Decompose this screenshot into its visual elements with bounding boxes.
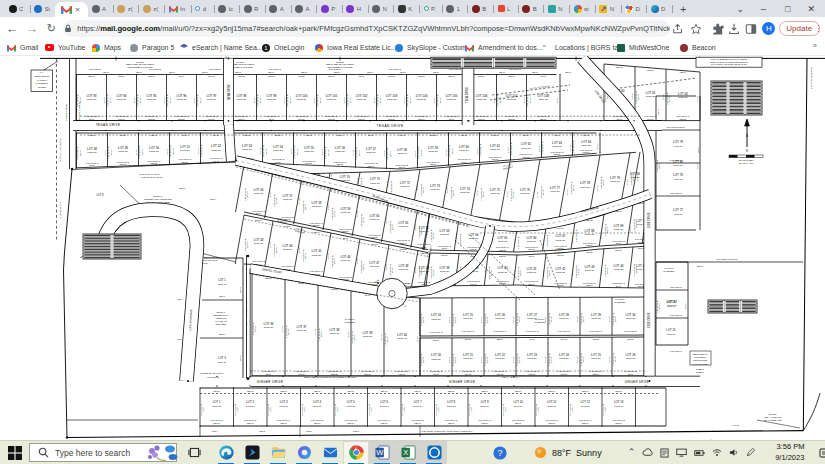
svg-text:N 89°57'30" E: N 89°57'30" E (430, 370, 443, 372)
svg-text:S 89°57'30" E: S 89°57'30" E (207, 376, 219, 378)
svg-text:135.00': 135.00' (284, 225, 291, 227)
svg-text:75.00': 75.00' (256, 263, 262, 265)
svg-text:18000 SF: 18000 SF (400, 185, 410, 187)
svg-text:125.00': 125.00' (280, 390, 287, 392)
svg-text:DEDICATED TO: DEDICATED TO (693, 353, 708, 355)
svg-text:125.00': 125.00' (616, 66, 623, 68)
svg-text:S 89°57'30" E: S 89°57'30" E (345, 419, 358, 421)
svg-text:125.08': 125.08' (508, 118, 515, 120)
svg-text:N 89°57'30" E: N 89°57'30" E (525, 280, 538, 282)
svg-text:150.00': 150.00' (409, 97, 411, 104)
svg-text:18000 SF: 18000 SF (673, 164, 683, 166)
svg-text:125.00': 125.00' (414, 390, 421, 392)
svg-text:115.00': 115.00' (303, 406, 305, 412)
svg-text:150.00': 150.00' (422, 316, 424, 323)
svg-text:150.00': 150.00' (637, 93, 639, 100)
svg-text:GINGER DR. OFF ROAD: GINGER DR. OFF ROAD (201, 372, 224, 374)
svg-text:150.00': 150.00' (246, 241, 248, 248)
svg-text:S 89°57'30" E: S 89°57'30" E (303, 160, 316, 162)
svg-text:LOT 79: LOT 79 (673, 140, 683, 144)
svg-text:150.00': 150.00' (482, 191, 484, 198)
svg-text:N 89°57'30" W: N 89°57'30" W (583, 242, 596, 244)
svg-text:125.00': 125.00' (314, 422, 321, 424)
svg-text:N 89°57'30" E: N 89°57'30" E (311, 419, 324, 421)
svg-text:18000 SF: 18000 SF (264, 326, 274, 328)
svg-text:150.00': 150.00' (606, 267, 608, 274)
svg-text:140.00': 140.00' (269, 241, 271, 248)
svg-text:16000 SF: 16000 SF (218, 283, 227, 285)
svg-text:EASEMENT: EASEMENT (345, 321, 356, 323)
svg-text:125.00': 125.00' (334, 71, 341, 73)
svg-text:75.00': 75.00' (269, 118, 275, 120)
svg-text:125.08': 125.08' (523, 156, 530, 158)
svg-text:130.00': 130.00' (583, 134, 590, 136)
svg-text:N 89°57'30" E: N 89°57'30" E (512, 419, 525, 421)
svg-text:LOT 7: LOT 7 (179, 187, 186, 190)
svg-text:N 89°57'30" W: N 89°57'30" W (493, 370, 506, 372)
svg-text:18000 SF: 18000 SF (370, 218, 380, 220)
svg-text:N 89°57'30" E: N 89°57'30" E (612, 282, 625, 284)
svg-text:(M 89°57'30" E 433.84'): (M 89°57'30" E 433.84') (141, 176, 163, 178)
svg-text:130.00': 130.00' (208, 75, 215, 77)
svg-text:18000 SF: 18000 SF (283, 198, 293, 200)
svg-text:135.00': 135.00' (465, 338, 472, 340)
svg-text:18000 SF: 18000 SF (335, 150, 345, 152)
svg-text:LOT 10: LOT 10 (513, 400, 523, 404)
svg-text:16000 SF: 16000 SF (413, 405, 423, 407)
svg-text:N 89°57'30" W: N 89°57'30" W (478, 419, 491, 421)
svg-text:14076 SF: 14076 SF (673, 213, 683, 215)
svg-text:18000 SF: 18000 SF (428, 150, 438, 152)
svg-text:LOT 2: LOT 2 (246, 400, 254, 404)
svg-text:18000 SF: 18000 SF (431, 318, 441, 320)
svg-text:16000 SF: 16000 SF (279, 405, 289, 407)
svg-text:LOT 6: LOT 6 (306, 430, 313, 432)
svg-text:LOT 4: LOT 4 (177, 298, 183, 300)
svg-text:N 89°57'30" W: N 89°57'30" W (589, 370, 602, 372)
svg-text:N 89°57'30" E: N 89°57'30" E (411, 419, 424, 421)
svg-text:S 00°02'30" W: S 00°02'30" W (390, 181, 392, 194)
svg-text:16000 SF: 16000 SF (313, 405, 323, 407)
svg-text:140.00': 140.00' (135, 149, 137, 156)
svg-text:150.00': 150.00' (614, 315, 616, 322)
svg-text:130.06': 130.06' (239, 286, 241, 293)
svg-text:CURR ZONED A-1: CURR ZONED A-1 (59, 202, 61, 218)
svg-text:75.00': 75.00' (461, 161, 467, 163)
svg-text:18000 SF: 18000 SF (520, 192, 530, 194)
svg-text:DEDICATED TO: DEDICATED TO (34, 75, 49, 77)
svg-text:18000 SF: 18000 SF (440, 233, 450, 235)
svg-text:115.00': 115.00' (571, 406, 573, 412)
svg-text:18000 SF: 18000 SF (397, 337, 407, 339)
svg-text:N 89°57'30" E: N 89°57'30" E (365, 162, 378, 164)
svg-text:S 89°57'30" E: S 89°57'30" E (396, 370, 409, 372)
svg-text:125.08': 125.08' (400, 248, 407, 250)
svg-text:150.00': 150.00' (141, 148, 143, 155)
svg-text:N 89°57'30" W: N 89°57'30" W (579, 419, 592, 421)
svg-text:N 89°57'30" E: N 89°57'30" E (624, 330, 637, 332)
svg-text:150.00': 150.00' (172, 148, 174, 155)
svg-text:18000 SF: 18000 SF (527, 240, 537, 242)
svg-text:150.00': 150.00' (432, 269, 434, 276)
svg-text:18000 SF: 18000 SF (527, 357, 537, 359)
svg-text:S 00°02'30" W: S 00°02'30" W (200, 144, 202, 157)
svg-text:125.08': 125.08' (244, 134, 251, 136)
svg-text:LOT 78: LOT 78 (673, 173, 683, 177)
svg-text:18000 SF: 18000 SF (550, 190, 560, 192)
svg-text:150.00': 150.00' (486, 356, 488, 363)
svg-text:125.00': 125.00' (697, 265, 704, 267)
svg-text:150.00': 150.00' (606, 226, 608, 233)
svg-text:18000 SF: 18000 SF (614, 268, 624, 270)
svg-text:S 89°57'30" E: S 89°57'30" E (244, 419, 257, 421)
svg-text:S 89°57'30" E: S 89°57'30" E (558, 370, 571, 372)
svg-text:LOT 4: LOT 4 (212, 430, 219, 432)
svg-text:150.00': 150.00' (439, 97, 441, 104)
svg-text:125.00': 125.00' (219, 295, 226, 297)
svg-text:140.00': 140.00' (314, 328, 316, 335)
svg-text:140.00': 140.00' (576, 316, 578, 323)
svg-text:125.00': 125.00' (235, 71, 242, 73)
svg-text:18000 SF: 18000 SF (304, 150, 314, 152)
svg-text:18000 SF: 18000 SF (327, 98, 337, 100)
svg-text:140.00': 140.00' (576, 356, 578, 363)
svg-text:18000 SF: 18000 SF (397, 152, 407, 154)
svg-text:N 89°57'30" E: N 89°57'30" E (339, 276, 352, 278)
svg-text:S 89°57'30" E: S 89°57'30" E (554, 245, 567, 247)
